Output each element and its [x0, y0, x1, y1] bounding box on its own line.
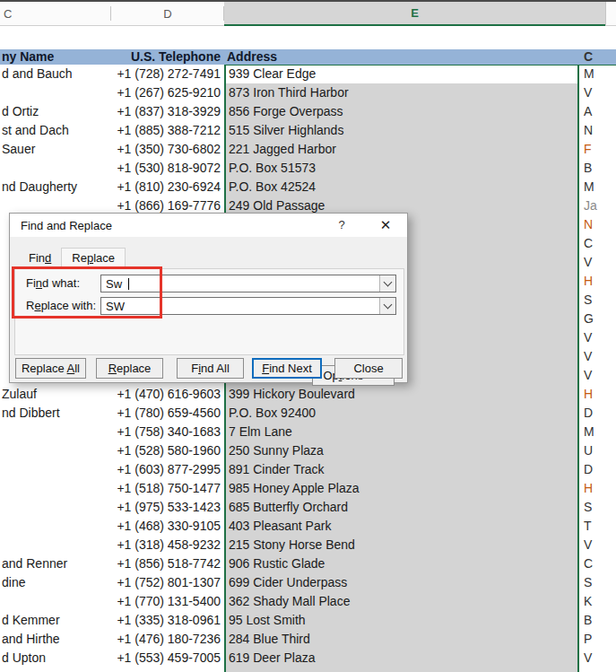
- find-what-dropdown-button[interactable]: [379, 275, 395, 292]
- replace-button[interactable]: Replace: [96, 358, 163, 379]
- cell-city[interactable]: V: [579, 366, 616, 385]
- cell-company-name[interactable]: [0, 83, 111, 102]
- cell-address[interactable]: P.O. Box 92400: [222, 404, 579, 423]
- cell-company-name[interactable]: dine: [0, 573, 111, 592]
- cell-telephone[interactable]: +1 (267) 625-9210: [111, 83, 222, 102]
- cell-telephone[interactable]: +1 (528) 580-1960: [111, 441, 222, 460]
- cell-telephone[interactable]: +1 (553) 459-7005: [111, 649, 222, 668]
- cell-company-name[interactable]: d and Bauch: [0, 65, 111, 83]
- help-icon[interactable]: ?: [334, 217, 350, 233]
- cell-address[interactable]: 221 Jagged Harbor: [222, 140, 579, 159]
- cell-telephone[interactable]: +1 (837) 318-3929: [111, 102, 222, 121]
- cell-city[interactable]: G: [579, 310, 616, 328]
- header-company-name[interactable]: ny Name: [0, 49, 111, 65]
- column-header-D[interactable]: D: [111, 2, 224, 26]
- cell-city[interactable]: H: [579, 272, 616, 291]
- cell-company-name[interactable]: Zulauf: [0, 385, 111, 404]
- cell-city[interactable]: C: [579, 554, 616, 573]
- cell-telephone[interactable]: +1 (530) 818-9072: [111, 159, 222, 178]
- cell-telephone[interactable]: +1 (476) 180-7236: [111, 630, 222, 649]
- cell-city[interactable]: K: [579, 592, 616, 611]
- replace-all-button[interactable]: Replace All: [15, 358, 86, 379]
- cell-address[interactable]: 939 Clear Edge: [222, 65, 579, 83]
- cell-address[interactable]: P.O. Box 42524: [222, 178, 579, 196]
- cell-address[interactable]: 985 Honey Apple Plaza: [222, 479, 579, 498]
- cell-city[interactable]: A: [579, 102, 616, 121]
- cell-company-name[interactable]: [0, 441, 111, 460]
- cell-company-name[interactable]: nd Daugherty: [0, 178, 111, 196]
- cell-company-name[interactable]: [0, 423, 111, 441]
- cell-company-name[interactable]: [0, 159, 111, 178]
- cell-company-name[interactable]: nd Dibbert: [0, 404, 111, 423]
- cell-city[interactable]: U: [579, 441, 616, 460]
- column-header-C[interactable]: C: [0, 2, 111, 26]
- column-header-E-selected[interactable]: E: [224, 2, 605, 26]
- cell-city[interactable]: M: [579, 178, 616, 196]
- cell-address[interactable]: P.O. Box 51573: [222, 159, 579, 178]
- cell-telephone[interactable]: +1 (780) 659-4560: [111, 404, 222, 423]
- cell-address[interactable]: 399 Hickory Boulevard: [222, 385, 579, 404]
- cell-telephone[interactable]: +1 (885) 388-7212: [111, 121, 222, 140]
- cell-company-name[interactable]: d Ortiz: [0, 102, 111, 121]
- cell-city[interactable]: N: [579, 121, 616, 140]
- cell-address[interactable]: 619 Deer Plaza: [222, 649, 579, 668]
- cell-city[interactable]: Ja: [579, 196, 616, 215]
- cell-telephone[interactable]: +1 (752) 801-1307: [111, 573, 222, 592]
- cell-city[interactable]: V: [579, 253, 616, 272]
- cell-company-name[interactable]: d Upton: [0, 649, 111, 668]
- close-icon[interactable]: ✕: [377, 216, 395, 234]
- cell-company-name[interactable]: [0, 479, 111, 498]
- cell-city[interactable]: V: [579, 328, 616, 347]
- close-button[interactable]: Close: [334, 358, 403, 379]
- cell-address[interactable]: 215 Stony Horse Bend: [222, 536, 579, 554]
- cell-company-name[interactable]: [0, 517, 111, 536]
- cell-telephone[interactable]: +1 (810) 230-6924: [111, 178, 222, 196]
- cell-address[interactable]: 891 Cinder Track: [222, 460, 579, 479]
- column-header-F-partial[interactable]: [605, 2, 616, 26]
- cell-address[interactable]: 873 Iron Third Harbor: [222, 83, 579, 102]
- cell-city[interactable]: T: [579, 517, 616, 536]
- cell-address[interactable]: 515 Silver Highlands: [222, 121, 579, 140]
- header-city[interactable]: C: [579, 49, 616, 65]
- cell-company-name[interactable]: and Renner: [0, 554, 111, 573]
- cell-address[interactable]: 856 Forge Overpass: [222, 102, 579, 121]
- find-all-button[interactable]: Find All: [177, 358, 244, 379]
- cell-telephone[interactable]: +1 (758) 340-1683: [111, 423, 222, 441]
- cell-city[interactable]: V: [579, 347, 616, 366]
- cell-city[interactable]: V: [579, 649, 616, 668]
- replace-with-dropdown-button[interactable]: [379, 298, 395, 314]
- cell-city[interactable]: B: [579, 611, 616, 630]
- cell-city[interactable]: D: [579, 404, 616, 423]
- find-next-button[interactable]: Find Next: [252, 358, 322, 379]
- cell-city[interactable]: M: [579, 65, 616, 83]
- cell-telephone[interactable]: +1 (603) 877-2995: [111, 460, 222, 479]
- cell-city[interactable]: V: [579, 83, 616, 102]
- cell-company-name[interactable]: [0, 498, 111, 517]
- cell-city[interactable]: S: [579, 498, 616, 517]
- cell-telephone[interactable]: +1 (975) 533-1423: [111, 498, 222, 517]
- header-address[interactable]: Address: [222, 49, 579, 65]
- cell-city[interactable]: M: [579, 423, 616, 441]
- cell-telephone[interactable]: +1 (856) 518-7742: [111, 554, 222, 573]
- cell-city[interactable]: D: [579, 460, 616, 479]
- cell-company-name[interactable]: and Hirthe: [0, 630, 111, 649]
- cell-telephone[interactable]: +1 (335) 318-0961: [111, 611, 222, 630]
- cell-city[interactable]: S: [579, 573, 616, 592]
- cell-city[interactable]: B: [579, 159, 616, 178]
- cell-telephone[interactable]: +1 (470) 616-9603: [111, 385, 222, 404]
- cell-address[interactable]: 284 Blue Third: [222, 630, 579, 649]
- cell-city[interactable]: H: [579, 385, 616, 404]
- cell-city[interactable]: C: [579, 234, 616, 253]
- cell-company-name[interactable]: Sauer: [0, 140, 111, 159]
- cell-address[interactable]: 95 Lost Smith: [222, 611, 579, 630]
- cell-city[interactable]: N: [579, 215, 616, 234]
- cell-city[interactable]: P: [579, 630, 616, 649]
- cell-city[interactable]: S: [579, 291, 616, 310]
- cell-telephone[interactable]: +1 (318) 458-9232: [111, 536, 222, 554]
- cell-address[interactable]: 7 Elm Lane: [222, 423, 579, 441]
- cell-address[interactable]: 699 Cider Underpass: [222, 573, 579, 592]
- cell-telephone[interactable]: +1 (518) 750-1477: [111, 479, 222, 498]
- cell-city[interactable]: V: [579, 536, 616, 554]
- cell-city[interactable]: H: [579, 479, 616, 498]
- cell-address[interactable]: 685 Butterfly Orchard: [222, 498, 579, 517]
